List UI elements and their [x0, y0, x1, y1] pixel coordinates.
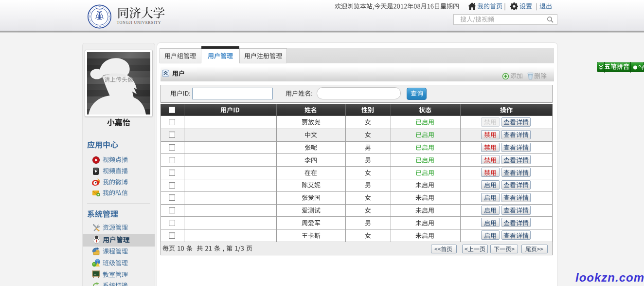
svg-text:1907: 1907 — [97, 8, 102, 11]
